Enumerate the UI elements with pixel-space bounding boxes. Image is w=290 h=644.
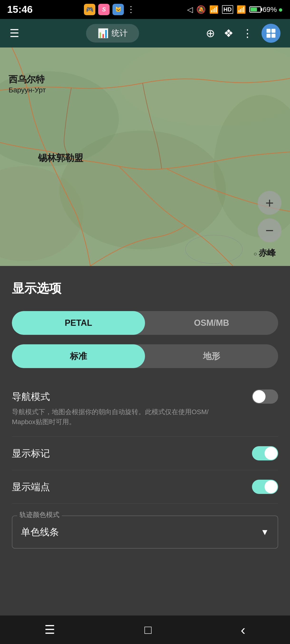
bottom-nav-back-icon[interactable]: ‹: [241, 622, 245, 638]
app-icon-yellow: 🎮: [84, 4, 95, 15]
status-extra-dots: ⋮: [127, 4, 136, 14]
stats-label: 统计: [112, 28, 128, 39]
map-zoom-controls: + −: [258, 191, 281, 242]
show-markers-knob: [264, 447, 277, 460]
svg-rect-1: [271, 29, 275, 33]
show-endpoints-label: 显示端点: [12, 480, 50, 494]
battery-container: 69% ●: [249, 5, 283, 14]
layers-icon[interactable]: ❖: [224, 27, 233, 40]
svg-rect-3: [271, 34, 275, 38]
zoom-in-button[interactable]: +: [258, 191, 281, 215]
show-endpoints-knob: [264, 480, 277, 493]
city2-dot: ○: [254, 250, 259, 257]
wifi-icon: 📶: [236, 5, 246, 14]
hd-icon: HD: [222, 5, 233, 14]
map-region-label: 锡林郭勒盟: [38, 152, 83, 164]
stats-button[interactable]: 📊 统计: [86, 24, 139, 42]
track-color-container: 轨迹颜色模式 单色线条 ▼: [12, 516, 278, 548]
display-options-panel: 显示选项 PETAL OSM/MB 标准 地形 导航模式 导航模式下，地图会根据…: [0, 266, 290, 644]
nav-mode-header: 导航模式: [12, 390, 278, 404]
battery-charging-dot: ●: [278, 5, 283, 14]
status-right-icons: ◁ 🔕 📶 HD 📶 69% ●: [187, 5, 283, 14]
track-color-dropdown-container: 轨迹颜色模式 单色线条 ▼: [12, 516, 278, 548]
bottom-nav-home-icon[interactable]: □: [144, 623, 151, 637]
map-source-petal[interactable]: PETAL: [12, 311, 145, 335]
stats-bar-icon: 📊: [98, 28, 109, 38]
battery-icon: [249, 6, 261, 12]
map-city-label-1: 西乌尔特 Баруун-Урт: [9, 74, 46, 94]
bottom-nav-menu-icon[interactable]: ☰: [45, 623, 55, 637]
hamburger-menu-icon[interactable]: ☰: [10, 27, 19, 40]
svg-rect-2: [266, 34, 270, 38]
show-endpoints-setting: 显示端点: [12, 470, 278, 504]
nav-mode-toggle[interactable]: [252, 390, 278, 404]
mute-icon: 🔕: [196, 5, 206, 14]
map-area[interactable]: 西乌尔特 Баруун-Урт 锡林郭勒盟 ○ 赤峰 + −: [0, 48, 290, 266]
show-endpoints-toggle[interactable]: [252, 480, 278, 494]
battery-percent: 69%: [263, 6, 277, 14]
user-avatar[interactable]: [261, 24, 280, 43]
map-source-osm[interactable]: OSM/MB: [145, 311, 278, 335]
show-markers-setting: 显示标记: [12, 437, 278, 470]
dropdown-arrow-icon: ▼: [260, 527, 269, 537]
track-color-value: 单色线条: [21, 526, 59, 538]
signal-bars: 📶: [209, 5, 219, 14]
panel-title: 显示选项: [12, 280, 278, 297]
show-markers-label: 显示标记: [12, 447, 50, 460]
show-markers-toggle[interactable]: [252, 446, 278, 460]
add-location-icon[interactable]: ⊕: [206, 27, 215, 40]
bottom-nav-bar: ☰ □ ‹: [0, 616, 290, 644]
location-icon: ◁: [187, 5, 193, 14]
nav-mode-setting: 导航模式 导航模式下，地图会根据你的朝向自动旋转。此模式仅在使用OSM/ Map…: [12, 380, 278, 437]
map-style-toggle[interactable]: 标准 地形: [12, 344, 278, 368]
map-style-standard[interactable]: 标准: [12, 344, 145, 368]
svg-rect-0: [266, 29, 270, 33]
city-name-chinese: 西乌尔特: [9, 74, 46, 85]
zoom-out-button[interactable]: −: [258, 218, 281, 242]
nav-mode-knob: [253, 390, 265, 403]
app-icon-blue: 🐱: [112, 4, 124, 15]
map-city-label-2: ○ 赤峰: [254, 247, 276, 259]
status-time: 15:46: [7, 4, 33, 15]
track-color-label: 轨迹颜色模式: [17, 510, 62, 519]
top-nav-bar: ☰ 📊 统计 ⊕ ❖ ⋮: [0, 19, 290, 48]
nav-mode-label: 导航模式: [12, 390, 50, 403]
more-options-icon[interactable]: ⋮: [242, 27, 253, 40]
user-avatar-icon: [265, 27, 277, 39]
show-markers-header: 显示标记: [12, 446, 278, 460]
map-style-terrain[interactable]: 地形: [145, 344, 278, 368]
nav-mode-desc: 导航模式下，地图会根据你的朝向自动旋转。此模式仅在使用OSM/ Mapbox贴图…: [12, 407, 214, 427]
status-app-icons: 🎮 S 🐱 ⋮: [84, 4, 136, 15]
track-color-select[interactable]: 单色线条 ▼: [12, 516, 278, 548]
app-icon-soul: S: [98, 4, 110, 15]
map-source-toggle[interactable]: PETAL OSM/MB: [12, 311, 278, 335]
nav-right-icons: ⊕ ❖ ⋮: [206, 24, 280, 43]
battery-fill: [250, 8, 257, 12]
show-endpoints-header: 显示端点: [12, 480, 278, 494]
status-bar: 15:46 🎮 S 🐱 ⋮ ◁ 🔕 📶 HD 📶 69% ●: [0, 0, 290, 19]
city-name-cyrillic: Баруун-Урт: [9, 85, 46, 94]
